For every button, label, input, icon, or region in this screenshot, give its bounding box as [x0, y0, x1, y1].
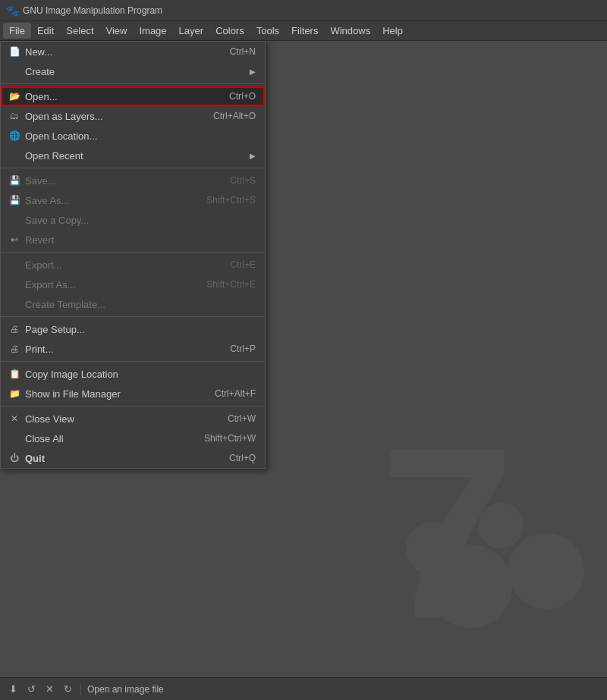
- menu-entry-save: 💾Save...Ctrl+S: [1, 171, 265, 190]
- menu-shortcut-close-view: Ctrl+W: [228, 413, 256, 424]
- menu-icon-save: 💾: [7, 175, 22, 186]
- menu-entry-save-copy: Save a Copy...: [1, 210, 265, 230]
- menubar-item-view[interactable]: View: [100, 23, 134, 39]
- menubar-item-layer[interactable]: Layer: [173, 23, 210, 39]
- cancel-icon[interactable]: ✕: [42, 683, 56, 696]
- menu-entry-show-file-manager[interactable]: 📁Show in File ManagerCtrl+Alt+F: [1, 384, 265, 403]
- menu-icon-open-layers: 🗂: [7, 111, 22, 121]
- menu-label-open-recent: Open Recent: [25, 150, 244, 162]
- menu-entry-create-template: Create Template...: [1, 294, 265, 314]
- export-icon[interactable]: ⬇: [6, 683, 20, 696]
- menu-label-open-layers: Open as Layers...: [25, 111, 198, 122]
- menubar-item-windows[interactable]: Windows: [324, 23, 376, 39]
- menu-entry-open-location[interactable]: 🌐Open Location...: [1, 126, 265, 146]
- title-bar: 🐾 GNU Image Manipulation Program: [0, 0, 607, 21]
- menu-label-save-as: Save As...: [25, 195, 191, 206]
- menu-entry-open-layers[interactable]: 🗂Open as Layers...Ctrl+Alt+O: [1, 106, 265, 126]
- menu-separator-sep5: [1, 361, 265, 362]
- menubar-item-tools[interactable]: Tools: [250, 23, 285, 39]
- menu-separator-sep4: [1, 316, 265, 317]
- menu-entry-copy-image-location[interactable]: 📋Copy Image Location: [1, 364, 265, 384]
- menu-shortcut-export: Ctrl+E: [230, 259, 256, 270]
- menu-entry-export: Export...Ctrl+E: [1, 255, 265, 275]
- redo-icon[interactable]: ↻: [61, 683, 74, 696]
- menu-shortcut-open-layers: Ctrl+Alt+O: [213, 111, 256, 121]
- menubar-item-filters[interactable]: Filters: [285, 23, 324, 39]
- menu-label-save: Save...: [25, 175, 215, 187]
- menu-entry-save-as: 💾Save As...Shift+Ctrl+S: [1, 190, 265, 210]
- menu-separator-sep3: [1, 252, 265, 253]
- canvas-area: 7: [266, 41, 607, 677]
- gimp-watermark: 7: [266, 351, 607, 654]
- menu-label-open: Open...: [25, 91, 214, 102]
- menu-label-create: Create: [25, 66, 244, 77]
- menu-icon-new: 📄: [7, 46, 22, 57]
- svg-point-4: [478, 503, 524, 548]
- menubar-item-help[interactable]: Help: [376, 23, 409, 39]
- menu-label-revert: Revert: [25, 234, 256, 246]
- menu-entry-page-setup[interactable]: 🖨Page Setup...: [1, 319, 265, 339]
- menubar-item-colors[interactable]: Colors: [209, 23, 250, 39]
- menu-bar: FileEditSelectViewImageLayerColorsToolsF…: [0, 21, 607, 41]
- menu-shortcut-print: Ctrl+P: [230, 344, 256, 354]
- menu-label-save-copy: Save a Copy...: [25, 215, 256, 226]
- menu-icon-show-file-manager: 📁: [7, 388, 22, 399]
- menu-label-copy-image-location: Copy Image Location: [25, 369, 256, 380]
- menu-shortcut-save: Ctrl+S: [230, 175, 256, 186]
- status-message: Open an image file: [80, 684, 164, 695]
- app-icon: 🐾: [6, 5, 18, 17]
- menu-shortcut-close-all: Shift+Ctrl+W: [204, 433, 256, 444]
- menu-shortcut-export-as: Shift+Ctrl+E: [206, 279, 256, 290]
- menu-arrow-create: ▶: [250, 67, 256, 76]
- menu-icon-copy-image-location: 📋: [7, 369, 22, 379]
- status-icons: ⬇ ↺ ✕ ↻: [6, 683, 74, 696]
- menu-icon-open: 📂: [7, 91, 22, 102]
- file-dropdown-menu: 📄New...Ctrl+NCreate▶📂Open...Ctrl+O🗂Open …: [0, 41, 266, 469]
- menu-entry-new[interactable]: 📄New...Ctrl+N: [1, 42, 265, 61]
- svg-point-3: [406, 522, 459, 575]
- menu-entry-quit[interactable]: ⏻QuitCtrl+Q: [1, 448, 265, 468]
- menubar-item-image[interactable]: Image: [133, 23, 172, 39]
- menu-entry-open-recent[interactable]: Open Recent▶: [1, 146, 265, 165]
- menu-label-close-view: Close View: [25, 413, 212, 425]
- menu-arrow-open-recent: ▶: [250, 152, 256, 160]
- menu-entry-close-view[interactable]: ✕Close ViewCtrl+W: [1, 409, 265, 428]
- menu-entry-export-as: Export As...Shift+Ctrl+E: [1, 275, 265, 294]
- menu-separator-sep1: [1, 83, 265, 84]
- menu-label-export: Export...: [25, 259, 215, 271]
- menu-shortcut-open: Ctrl+O: [229, 91, 256, 102]
- menu-label-quit: Quit: [25, 453, 214, 464]
- menubar-item-select[interactable]: Select: [60, 23, 99, 39]
- menu-label-print: Print...: [25, 344, 215, 355]
- svg-point-2: [508, 533, 584, 609]
- menu-icon-quit: ⏻: [7, 453, 22, 463]
- menu-shortcut-quit: Ctrl+Q: [229, 453, 256, 463]
- menu-shortcut-show-file-manager: Ctrl+Alt+F: [215, 388, 256, 399]
- menu-separator-sep2: [1, 168, 265, 168]
- menubar-item-edit[interactable]: Edit: [31, 23, 60, 39]
- menu-entry-open[interactable]: 📂Open...Ctrl+O: [1, 86, 265, 106]
- menu-entry-create[interactable]: Create▶: [1, 61, 265, 81]
- menu-entry-revert: ↩Revert: [1, 230, 265, 250]
- menu-label-open-location: Open Location...: [25, 130, 256, 142]
- undo-icon[interactable]: ↺: [24, 683, 38, 696]
- menu-icon-close-view: ✕: [7, 413, 22, 424]
- menubar-item-file[interactable]: File: [3, 23, 31, 39]
- menu-shortcut-new: Ctrl+N: [230, 46, 256, 57]
- status-bar: ⬇ ↺ ✕ ↻ Open an image file: [0, 677, 607, 700]
- menu-icon-print: 🖨: [7, 344, 22, 354]
- menu-shortcut-save-as: Shift+Ctrl+S: [206, 195, 256, 206]
- menu-separator-sep6: [1, 406, 265, 407]
- menu-label-new: New...: [25, 46, 215, 58]
- menu-label-close-all: Close All: [25, 433, 189, 444]
- menu-label-export-as: Export As...: [25, 279, 191, 290]
- menu-icon-revert: ↩: [7, 234, 22, 245]
- app-title: GNU Image Manipulation Program: [23, 5, 162, 16]
- menu-icon-open-location: 🌐: [7, 130, 22, 141]
- menu-entry-print[interactable]: 🖨Print...Ctrl+P: [1, 339, 265, 359]
- menu-label-show-file-manager: Show in File Manager: [25, 388, 200, 400]
- menu-label-create-template: Create Template...: [25, 299, 256, 310]
- menu-label-page-setup: Page Setup...: [25, 324, 256, 335]
- menu-icon-page-setup: 🖨: [7, 324, 22, 334]
- menu-entry-close-all[interactable]: Close AllShift+Ctrl+W: [1, 428, 265, 448]
